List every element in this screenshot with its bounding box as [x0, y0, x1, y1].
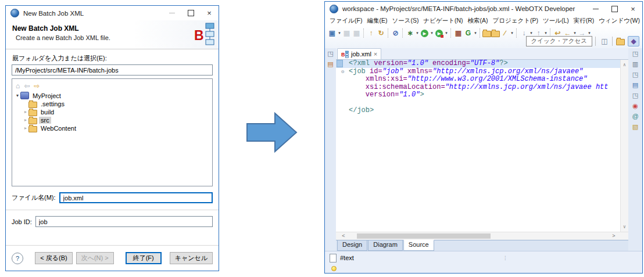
jobid-input[interactable]	[35, 216, 213, 227]
open-perspective-icon[interactable]: ◫	[599, 36, 610, 46]
generate-icon-dropdown[interactable]: ▾	[473, 31, 478, 35]
export-icon[interactable]	[491, 31, 500, 37]
expander-icon[interactable]: ▸	[23, 125, 28, 131]
wizard-button-bar: ? < 戻る(B)次へ(N) >終了(F)キャンセル	[6, 245, 219, 271]
minimize-button[interactable]	[163, 6, 181, 20]
menu-navigate[interactable]: ナビゲート(N)	[421, 17, 465, 25]
outline-view-icon[interactable]: ▤	[632, 82, 638, 88]
code-token: </job>	[349, 106, 374, 114]
menu-project[interactable]: プロジェクト(P)	[490, 17, 540, 25]
menu-file[interactable]: ファイル(F)	[327, 17, 364, 25]
forward-history-icon-dropdown[interactable]: ▾	[587, 31, 592, 35]
screenshot-canvas: New Batch Job XML × New Batch Job XML Cr…	[0, 0, 644, 277]
code-line: </job>	[336, 107, 628, 115]
minimize-icon	[593, 9, 599, 9]
webotx-perspective-icon[interactable]: ◆	[628, 36, 639, 46]
back-history-icon-dropdown[interactable]: ▾	[573, 31, 577, 35]
tree-item-myproject[interactable]: ▾MyProject	[12, 92, 212, 99]
status-text: #text	[340, 254, 354, 261]
save-icon[interactable]: ▦	[342, 28, 352, 38]
expander-icon[interactable]: ▾	[15, 93, 20, 98]
server-view-icon[interactable]: ▥	[632, 61, 638, 67]
debug-icon-dropdown[interactable]: ▾	[415, 31, 420, 35]
run-icon[interactable]: ▶	[421, 30, 428, 37]
publish-icon[interactable]: ↑	[366, 28, 376, 38]
statusbar-handle: ⋮	[503, 255, 508, 261]
code-token: ?>	[499, 60, 507, 67]
scroll-down-icon[interactable]: ∨	[623, 223, 626, 231]
cancel-button[interactable]: キャンセル	[170, 252, 213, 264]
save-all-icon[interactable]: ▦	[352, 28, 362, 38]
prev-annotation-icon-dropdown[interactable]: ▾	[543, 31, 548, 35]
generate-icon[interactable]: G	[463, 28, 473, 38]
import-icon[interactable]	[482, 31, 491, 37]
project-explorer-icon[interactable]: ▤	[327, 61, 333, 67]
expander-icon[interactable]: ▸	[23, 117, 28, 123]
ejb-module-icon[interactable]: ▦	[453, 28, 463, 38]
restore-view-icon[interactable]: ◳	[632, 71, 638, 78]
resource-perspective-icon[interactable]	[614, 36, 626, 46]
tab-close-icon[interactable]: ×	[374, 51, 377, 57]
maximize-button[interactable]	[605, 2, 624, 16]
menu-window[interactable]: ウィンドウ(W)	[596, 17, 642, 25]
parent-folder-input[interactable]	[12, 64, 213, 75]
forward-icon[interactable]: ⇨	[34, 82, 40, 89]
filename-input[interactable]	[59, 192, 213, 203]
refresh-icon[interactable]: ↻	[376, 28, 386, 38]
run-icon-dropdown[interactable]: ▾	[430, 31, 434, 35]
home-icon[interactable]: ⌂	[16, 82, 20, 89]
maximize-button[interactable]	[181, 6, 200, 20]
code-token: <job	[349, 67, 370, 75]
help-button[interactable]: ?	[12, 253, 23, 264]
back-button[interactable]: < 戻る(B)	[35, 252, 72, 264]
tree-item-src[interactable]: ▸src	[12, 116, 212, 124]
editor-tab-label: job.xml	[351, 51, 371, 57]
menu-search[interactable]: 検索(A)	[465, 17, 490, 25]
debug-icon[interactable]: ∗	[405, 28, 415, 38]
scroll-left-icon[interactable]: <	[339, 232, 348, 239]
minimize-button[interactable]	[586, 2, 605, 16]
menu-tools[interactable]: ツール(L)	[541, 17, 571, 25]
menu-run[interactable]: 実行(R)	[571, 17, 597, 25]
restore-view-icon[interactable]: ◳	[327, 51, 333, 57]
vertical-scrollbar[interactable]: ∧ ∨	[620, 60, 628, 232]
menu-edit[interactable]: 編集(E)	[364, 17, 389, 25]
search-torch-icon-dropdown[interactable]: ▾	[510, 31, 514, 35]
tree-item-settings[interactable]: .settings	[12, 100, 212, 107]
quick-access-box[interactable]: クイック・アクセス	[526, 36, 592, 46]
search-torch-icon[interactable]: ∕	[500, 28, 510, 38]
ide-title: workspace - MyProject/src/META-INF/batch…	[342, 5, 586, 12]
next-annotation-icon-dropdown[interactable]: ▾	[529, 31, 534, 35]
new-wizard-icon-dropdown[interactable]: ▾	[337, 31, 342, 35]
skip-breakpoints-icon[interactable]: ⊘	[391, 28, 400, 38]
tab-diagram[interactable]: Diagram	[368, 240, 403, 251]
restore-view-icon[interactable]: ◳	[632, 51, 638, 57]
back-icon[interactable]: ⇦	[24, 82, 30, 89]
scroll-up-icon[interactable]: ∧	[623, 61, 626, 69]
annotation-view-icon[interactable]: @	[632, 113, 638, 120]
restore-view-icon[interactable]: ◳	[632, 92, 638, 99]
menu-source[interactable]: ソース(S)	[389, 17, 421, 25]
transition-arrow	[246, 111, 298, 156]
horizontal-scrollbar[interactable]: < >	[336, 232, 628, 240]
coverage-icon-dropdown[interactable]: ▾	[444, 31, 449, 35]
finish-button[interactable]: 終了(F)	[126, 252, 162, 264]
tasks-view-icon[interactable]: ▧	[632, 124, 638, 130]
close-button[interactable]: ×	[624, 2, 642, 16]
problems-view-icon[interactable]: ◉	[632, 103, 638, 109]
expander-icon[interactable]: ▸	[23, 109, 28, 114]
coverage-icon[interactable]: ▶	[435, 30, 443, 37]
new-wizard-icon[interactable]: ▣	[327, 28, 337, 38]
scrollbar-thumb[interactable]	[357, 233, 491, 239]
tab-design[interactable]: Design	[337, 240, 367, 251]
fold-collapse-icon[interactable]: ⊖	[341, 69, 344, 77]
scroll-right-icon[interactable]: >	[610, 232, 618, 239]
tree-item-build[interactable]: ▸build	[12, 108, 212, 116]
tab-source[interactable]: Source	[403, 240, 434, 251]
tree-item-webcontent[interactable]: ▸WebContent	[12, 124, 212, 132]
code-token: version=	[374, 60, 407, 67]
next-button[interactable]: 次へ(N) >	[76, 252, 114, 264]
source-code-area[interactable]: <?xml version="1.0" encoding="UTF-8"?>⊖<…	[336, 60, 628, 232]
editor-tab-jobxml[interactable]: B job.xml ×	[337, 48, 381, 59]
close-button[interactable]: ×	[200, 6, 219, 20]
